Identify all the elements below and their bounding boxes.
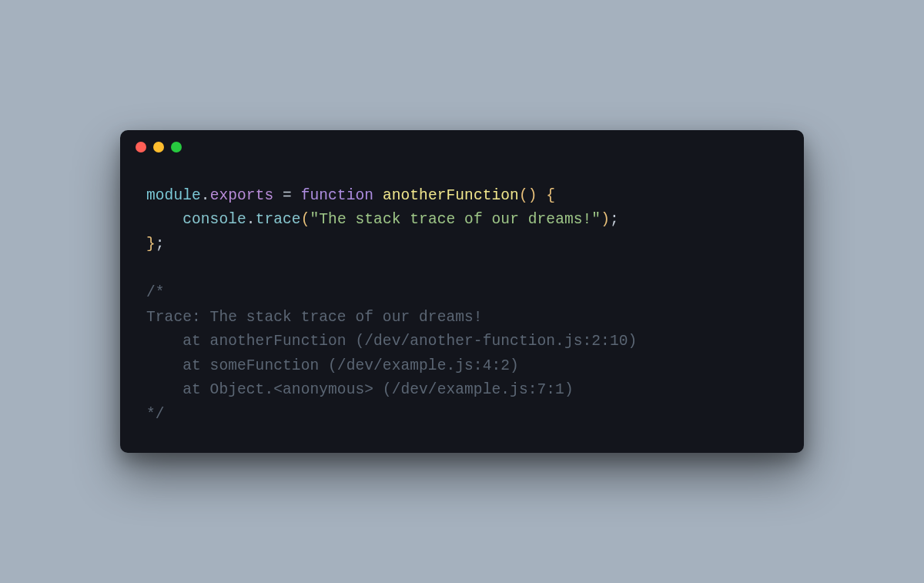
token-paren: ( — [519, 187, 528, 204]
token-semicolon: ; — [610, 211, 619, 228]
minimize-icon[interactable] — [153, 142, 164, 152]
token-paren: ) — [601, 211, 610, 228]
code-line: }; — [146, 233, 778, 257]
code-line: console.trace("The stack trace of our dr… — [146, 208, 778, 233]
code-area: module.exports = function anotherFunctio… — [120, 164, 804, 454]
window-titlebar — [120, 130, 804, 164]
comment-line: Trace: The stack trace of our dreams! — [146, 306, 778, 330]
token-keyword: function — [301, 187, 373, 204]
token-brace: } — [146, 236, 156, 253]
token-dot: . — [246, 211, 256, 228]
token-string: "The stack trace of our dreams!" — [310, 211, 601, 228]
token-method: trace — [256, 211, 301, 228]
blank-line — [146, 256, 778, 281]
token-function-name: anotherFunction — [383, 187, 519, 204]
token-console: console — [182, 211, 246, 228]
token-dot: . — [201, 187, 210, 204]
token-paren: ( — [301, 211, 310, 228]
token-paren: ) — [528, 187, 537, 204]
comment-line: at anotherFunction (/dev/another-functio… — [146, 330, 778, 354]
token-module: module — [146, 187, 201, 204]
comment-line: */ — [146, 403, 778, 427]
token-exports: exports — [210, 187, 274, 204]
token-brace: { — [546, 187, 555, 204]
comment-line: at someFunction (/dev/example.js:4:2) — [146, 354, 778, 379]
code-window: module.exports = function anotherFunctio… — [120, 130, 804, 454]
comment-line: at Object.<anonymous> (/dev/example.js:7… — [146, 378, 778, 403]
token-semicolon: ; — [156, 236, 165, 253]
comment-line: /* — [146, 281, 778, 306]
close-icon[interactable] — [136, 142, 146, 152]
maximize-icon[interactable] — [171, 142, 182, 152]
code-line: module.exports = function anotherFunctio… — [146, 184, 778, 209]
token-operator: = — [273, 187, 300, 204]
